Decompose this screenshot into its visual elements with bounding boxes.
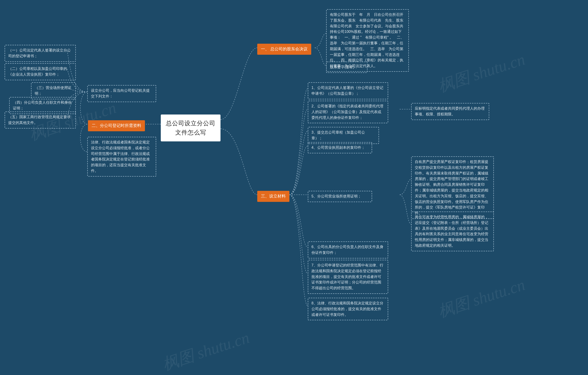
branch-1: 一、 总公司的股东会决议: [257, 44, 311, 55]
branch-2-p1b: （二）公司章程以及加盖公司印章的《企业法人营业执照》复印件；: [5, 63, 76, 80]
branch-3-c1: 1、公司法定代表人签署的《分公司设立登记申请书》（公司加盖公章）；: [308, 82, 388, 99]
branch-3-c6: 6、公司出具的分公司负责人的任职文件及身份证件复印件；: [308, 242, 388, 258]
branch-1-c2: 股东签字(签章)：: [326, 62, 368, 73]
branch-2-p1a: （一）公司法定代表人签署的设立分公司的登记申请书；: [5, 45, 76, 62]
branch-3-c7: 7、分公司申请登记的经营范围中有法律、行政法规和国务院决定规定必须在登记前报经批…: [308, 260, 388, 294]
branch-3-c2: 2、公司签署的《指定代表或者共同委托代理人的证明》（公司加盖公章）及指定代表或委…: [308, 101, 388, 123]
branch-3-c5: 5、分公司营业场所使用证明；: [308, 191, 372, 202]
branch-2-p1e: （五）国家工商行政管理总局规定要求提交的其他文件。: [5, 111, 76, 129]
branch-3-c2a: 应标明指定代表或者共同委托代理人的办理事项、权限、授权期限。: [411, 103, 489, 120]
branch-3-c8: 8、法律、行政法规和国务院决定规定设立分公司必须报经批准的，提交有关的批准文件或…: [308, 298, 388, 320]
branch-3-c5b: 将住宅改变为经营性用房的，属城镇房屋的，还应提交《登记附表－住所（经营场所）登记…: [411, 211, 494, 251]
branch-2-p2: 法律、行政法规或者国务院决定规定设立分公司必须报经批准，或者分公司经营范围中属于…: [87, 137, 156, 176]
branch-2: 二、分公司登记时所需资料: [88, 120, 145, 131]
branch-3-c5a: 自有房产提交房屋产权证复印件；租赁房屋提交租赁协议复印件以及出租方的房屋产权证复…: [411, 156, 494, 219]
branch-3: 三、设立材料: [257, 191, 289, 202]
branch-3-c4: 4、公司营业执照副本的复印件；: [308, 142, 372, 153]
connector-lines: [0, 0, 588, 375]
branch-2-p1: 设立分公司，应当向公司登记机关提交下列文件：: [87, 85, 156, 102]
center-topic: 总公司设立分公司文件怎么写: [161, 114, 220, 141]
branch-3-c3: 3、提交总公司章程（加盖公司公章）；: [308, 127, 379, 144]
branch-2-p1c: （三）营业场所使用证明；: [31, 82, 76, 99]
